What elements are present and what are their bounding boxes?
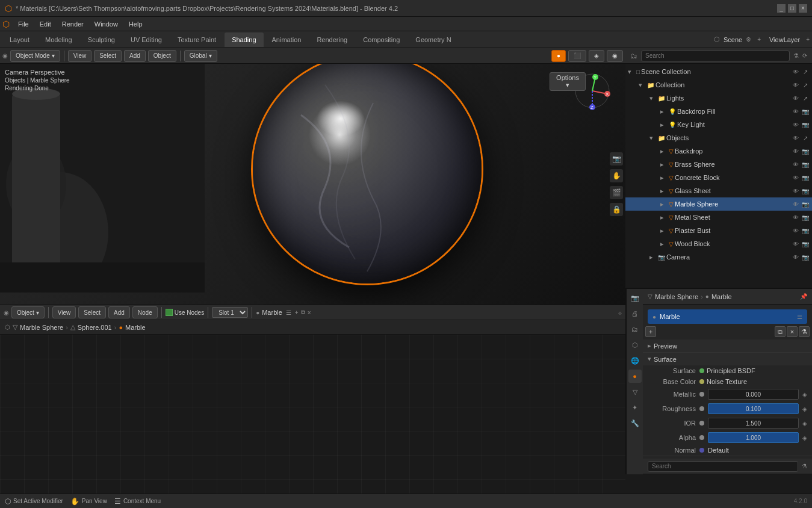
- world-props-icon[interactable]: 🌐: [628, 354, 642, 367]
- tab-sculpting[interactable]: Sculpting: [81, 33, 122, 47]
- cbl-render-icon[interactable]: 📷: [801, 175, 810, 181]
- transform-global[interactable]: Global ▾: [184, 50, 217, 62]
- menu-edit[interactable]: Edit: [35, 19, 56, 29]
- backdrop-fill-row[interactable]: ▸ 💡 Backdrop Fill 👁 📷: [625, 105, 812, 118]
- kl-render-icon[interactable]: 📷: [801, 122, 810, 128]
- bf-render-icon[interactable]: 📷: [801, 108, 810, 115]
- scene-add-icon[interactable]: +: [757, 36, 761, 43]
- brass-sphere-row[interactable]: ▸ ▽ Brass Sphere 👁 📷: [625, 158, 812, 171]
- render-icon[interactable]: 🎬: [610, 186, 623, 199]
- scene-props-icon[interactable]: ⬡: [628, 338, 642, 352]
- node-material-delete-icon[interactable]: ×: [308, 309, 311, 316]
- props-pin-icon[interactable]: 📌: [800, 293, 807, 300]
- material-delete-btn[interactable]: ×: [787, 326, 798, 337]
- bdo-render-icon[interactable]: 📷: [801, 148, 810, 155]
- outliner-sync-icon[interactable]: ⟳: [802, 52, 807, 59]
- concrete-block-row[interactable]: ▸ ▽ Concrete Block 👁 📷: [625, 171, 812, 184]
- rendered-view-btn[interactable]: ◉: [607, 50, 623, 62]
- tab-layout[interactable]: Layout: [2, 33, 37, 47]
- add-menu[interactable]: Add: [124, 50, 146, 62]
- close-button[interactable]: ×: [799, 4, 807, 13]
- props-search-input[interactable]: [648, 461, 798, 472]
- object-props-icon[interactable]: ▽: [628, 385, 642, 398]
- lights-selectable-icon[interactable]: ↗: [801, 95, 810, 102]
- og-visible-icon[interactable]: 👁: [792, 135, 800, 141]
- mbs-visible-icon[interactable]: 👁: [792, 201, 800, 208]
- menu-window[interactable]: Window: [90, 19, 123, 29]
- ior-props-value[interactable]: 1.500: [708, 418, 799, 429]
- alpha-props-value[interactable]: 1.000: [708, 432, 799, 443]
- bdo-visible-icon[interactable]: 👁: [792, 148, 800, 155]
- particles-props-icon[interactable]: ✦: [628, 401, 642, 414]
- view-layer-props-icon[interactable]: 🗂: [628, 323, 642, 336]
- node-material-new-icon[interactable]: +: [295, 309, 299, 316]
- node-node-menu[interactable]: Node: [132, 306, 158, 318]
- view-menu[interactable]: View: [68, 50, 92, 62]
- wood-block-row[interactable]: ▸ ▽ Wood Block 👁 📷: [625, 237, 812, 250]
- material-copy-btn[interactable]: ⧉: [775, 326, 786, 337]
- kl-visible-icon[interactable]: 👁: [792, 122, 800, 128]
- node-toolbar-right-icon[interactable]: ⟐: [618, 309, 622, 316]
- tab-uv-editing[interactable]: UV Editing: [123, 33, 169, 47]
- node-add-menu[interactable]: Add: [108, 306, 130, 318]
- roughness-props-reset-icon[interactable]: ◈: [802, 406, 807, 412]
- gsh-visible-icon[interactable]: 👁: [792, 188, 800, 194]
- ior-props-reset-icon[interactable]: ◈: [802, 420, 807, 427]
- node-select-menu[interactable]: Select: [78, 306, 106, 318]
- maximize-button[interactable]: □: [788, 4, 796, 13]
- plaster-bust-row[interactable]: ▸ ▽ Plaster Bust 👁 📷: [625, 224, 812, 237]
- metallic-props-reset-icon[interactable]: ◈: [802, 391, 807, 398]
- metallic-props-value[interactable]: 0.000: [708, 389, 799, 400]
- select-menu[interactable]: Select: [94, 50, 122, 62]
- wbl-visible-icon[interactable]: 👁: [792, 241, 800, 247]
- mtsh-visible-icon[interactable]: 👁: [792, 214, 800, 221]
- node-material-copy-icon[interactable]: ⧉: [301, 309, 305, 316]
- object-menu-3d[interactable]: Object: [148, 50, 176, 62]
- tab-geometry-nodes[interactable]: Geometry N: [408, 33, 458, 47]
- pbu-visible-icon[interactable]: 👁: [792, 228, 800, 234]
- outliner-filter-icon[interactable]: ⚗: [793, 52, 799, 59]
- tab-shading[interactable]: Shading: [225, 33, 263, 47]
- node-material-browse-icon[interactable]: ☰: [286, 309, 291, 316]
- mbs-render-icon[interactable]: 📷: [801, 201, 810, 208]
- view-layer-add-icon[interactable]: +: [806, 36, 810, 43]
- mtsh-render-icon[interactable]: 📷: [801, 214, 810, 221]
- preview-section-header[interactable]: ▸ Preview: [643, 339, 812, 352]
- render-props-icon[interactable]: 📷: [628, 291, 642, 305]
- menu-file[interactable]: File: [13, 19, 34, 29]
- menu-render[interactable]: Render: [57, 19, 88, 29]
- collection-row[interactable]: ▾ 📁 Collection 👁 ↗: [625, 78, 812, 91]
- key-light-row[interactable]: ▸ 💡 Key Light 👁 📷: [625, 118, 812, 131]
- glass-sheet-row[interactable]: ▸ ▽ Glass Sheet 👁 📷: [625, 184, 812, 197]
- material-props-icon[interactable]: ●: [628, 370, 642, 383]
- tab-modeling[interactable]: Modeling: [38, 33, 79, 47]
- slot-dropdown[interactable]: Slot 1: [212, 307, 248, 318]
- material-view-btn[interactable]: ◈: [589, 50, 604, 62]
- pbu-render-icon[interactable]: 📷: [801, 228, 810, 234]
- minimize-button[interactable]: _: [777, 4, 786, 13]
- bss-render-icon[interactable]: 📷: [801, 161, 810, 168]
- render-preview-btn[interactable]: ●: [551, 50, 566, 62]
- og-selectable-icon[interactable]: ↗: [801, 135, 810, 141]
- output-props-icon[interactable]: 🖨: [628, 307, 642, 320]
- gsh-render-icon[interactable]: 📷: [801, 188, 810, 194]
- node-view-menu[interactable]: View: [52, 306, 76, 318]
- col-visible-icon[interactable]: 👁: [792, 82, 800, 88]
- material-browse-icon[interactable]: ☰: [797, 314, 802, 320]
- scene-settings-icon[interactable]: ⚙: [746, 36, 751, 43]
- scene-collection-row[interactable]: ▾ □ Scene Collection 👁 ↗: [625, 65, 812, 78]
- options-button[interactable]: Options ▾: [550, 72, 586, 91]
- window-controls[interactable]: _ □ ×: [777, 4, 807, 13]
- wbl-render-icon[interactable]: 📷: [801, 241, 810, 247]
- bss-visible-icon[interactable]: 👁: [792, 161, 800, 168]
- outliner-search[interactable]: [641, 51, 790, 61]
- camera-row[interactable]: ▸ 📷 Camera 👁 📷: [625, 250, 812, 264]
- camera-view-icon[interactable]: 📷: [610, 152, 623, 166]
- menu-help[interactable]: Help: [124, 19, 147, 29]
- tab-animation[interactable]: Animation: [265, 33, 309, 47]
- props-search-filter-icon[interactable]: ⚗: [802, 463, 807, 469]
- metal-sheet-row[interactable]: ▸ ▽ Metal Sheet 👁 📷: [625, 211, 812, 224]
- objects-group-row[interactable]: ▾ 📁 Objects 👁 ↗: [625, 131, 812, 144]
- surface-section-header[interactable]: ▾ Surface: [643, 353, 812, 365]
- bf-visible-icon[interactable]: 👁: [792, 108, 800, 115]
